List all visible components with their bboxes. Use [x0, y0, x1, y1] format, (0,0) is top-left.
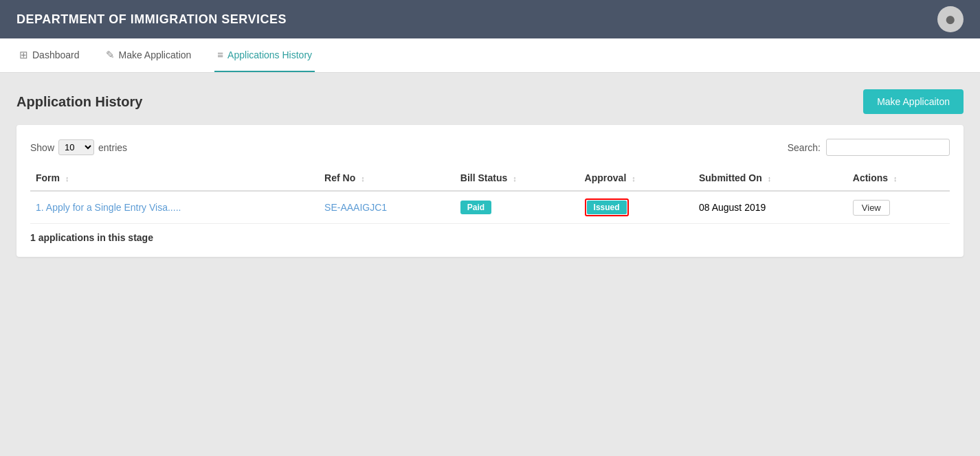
sort-refno-icon[interactable]: ↕	[361, 174, 365, 183]
table-card: Show 10 25 50 100 entries Search: Form	[16, 125, 964, 257]
user-icon: ●	[945, 10, 957, 29]
table-body: 1. Apply for a Single Entry Visa..... SE…	[30, 191, 950, 224]
paid-badge: Paid	[460, 201, 491, 214]
form-link[interactable]: 1. Apply for a Single Entry Visa.....	[36, 202, 181, 213]
page-header: Application History Make Applicaiton	[16, 89, 964, 114]
nav-label-dashboard: Dashboard	[32, 49, 80, 60]
sort-actions-icon[interactable]: ↕	[893, 174, 898, 183]
app-title: DEPARTMENT OF IMMIGRATION SERVICES	[16, 12, 287, 27]
col-actions: Actions ↕	[847, 166, 950, 191]
col-approval: Approval ↕	[579, 166, 693, 191]
sort-billstatus-icon[interactable]: ↕	[513, 174, 517, 183]
page-title: Application History	[16, 94, 142, 110]
cell-actions: View	[847, 191, 950, 224]
nav-item-applications-history[interactable]: ≡ Applications History	[214, 38, 315, 72]
ref-no-link[interactable]: SE-AAAIGJC1	[324, 202, 387, 213]
cell-approval: Issued	[579, 191, 693, 224]
table-header-row: Form ↕ Ref No ↕ Bill Status ↕ Approval ↕	[30, 166, 950, 191]
cell-bill-status: Paid	[455, 191, 579, 224]
stage-count: 1 applications in this stage	[30, 232, 950, 243]
table-head: Form ↕ Ref No ↕ Bill Status ↕ Approval ↕	[30, 166, 950, 191]
table-controls: Show 10 25 50 100 entries Search:	[30, 139, 950, 156]
avatar[interactable]: ●	[937, 6, 964, 32]
navigation: ⊞ Dashboard ✎ Make Application ≡ Applica…	[0, 38, 980, 73]
entries-select[interactable]: 10 25 50 100	[58, 139, 94, 155]
show-entries-control: Show 10 25 50 100 entries	[30, 139, 127, 155]
nav-item-make-application[interactable]: ✎ Make Application	[103, 38, 194, 72]
dashboard-icon: ⊞	[19, 49, 28, 61]
sort-submittedon-icon[interactable]: ↕	[768, 174, 772, 183]
search-row: Search:	[788, 139, 950, 156]
entries-label: entries	[98, 142, 127, 153]
applications-table: Form ↕ Ref No ↕ Bill Status ↕ Approval ↕	[30, 166, 950, 224]
issued-badge-wrapper: Issued	[585, 198, 629, 216]
search-label: Search:	[788, 142, 821, 153]
header: DEPARTMENT OF IMMIGRATION SERVICES ●	[0, 0, 980, 38]
main-content: Application History Make Applicaiton Sho…	[0, 73, 980, 456]
search-input[interactable]	[826, 139, 950, 156]
cell-form: 1. Apply for a Single Entry Visa.....	[30, 191, 319, 224]
nav-label-applications-history: Applications History	[227, 49, 312, 60]
table-row: 1. Apply for a Single Entry Visa..... SE…	[30, 191, 950, 224]
col-form: Form ↕	[30, 166, 319, 191]
nav-item-dashboard[interactable]: ⊞ Dashboard	[16, 38, 82, 72]
nav-label-make-application: Make Application	[119, 49, 192, 60]
cell-ref-no: SE-AAAIGJC1	[319, 191, 455, 224]
list-icon: ≡	[217, 49, 223, 60]
col-ref-no: Ref No ↕	[319, 166, 455, 191]
col-bill-status: Bill Status ↕	[455, 166, 579, 191]
sort-form-icon[interactable]: ↕	[65, 174, 69, 183]
view-button[interactable]: View	[853, 200, 890, 216]
issued-badge: Issued	[587, 201, 627, 214]
cell-submitted-on: 08 August 2019	[693, 191, 847, 224]
pencil-icon: ✎	[106, 49, 115, 61]
show-label: Show	[30, 142, 54, 153]
col-submitted-on: Submitted On ↕	[693, 166, 847, 191]
sort-approval-icon[interactable]: ↕	[632, 174, 636, 183]
make-application-button[interactable]: Make Applicaiton	[863, 89, 964, 114]
